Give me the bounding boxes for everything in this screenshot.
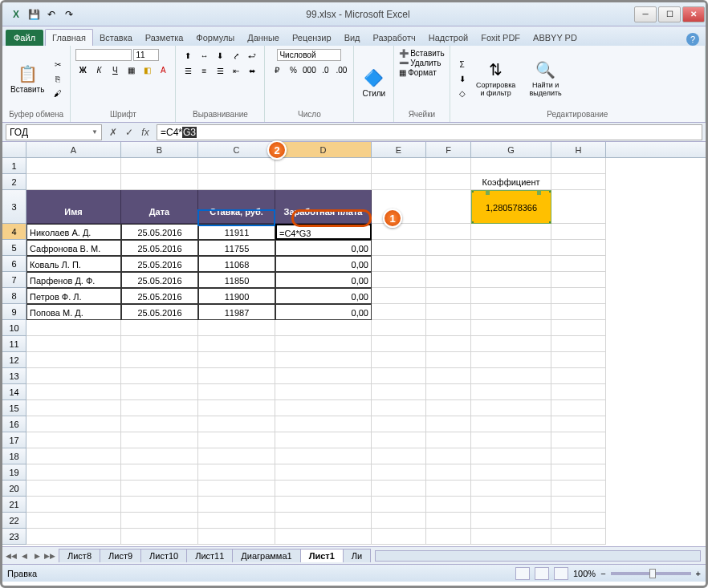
header-rate[interactable]: Ставка, руб. [198, 190, 275, 224]
row-header[interactable]: 23 [2, 529, 26, 545]
cell[interactable] [551, 304, 606, 320]
cell[interactable] [551, 368, 606, 384]
tab-home[interactable]: Главная [45, 29, 93, 46]
format-painter-icon[interactable]: 🖌 [51, 87, 65, 99]
paste-button[interactable]: 📋Вставить [7, 63, 47, 95]
view-layout-icon[interactable] [535, 567, 549, 580]
cell[interactable] [471, 304, 551, 320]
table-cell[interactable]: 11987 [198, 304, 275, 320]
col-header-h[interactable]: H [551, 142, 606, 157]
cell[interactable] [471, 416, 551, 432]
tab-formulas[interactable]: Формулы [189, 30, 241, 46]
cell[interactable] [26, 481, 121, 497]
cell[interactable] [551, 190, 606, 224]
cell[interactable] [426, 190, 471, 224]
tab-addins[interactable]: Надстрой [422, 30, 474, 46]
delete-cells-icon[interactable]: ➖ [399, 59, 409, 67]
cell[interactable] [121, 497, 198, 513]
table-cell[interactable]: 25.05.2016 [121, 256, 198, 272]
sheet-tab[interactable]: Лист8 [59, 549, 100, 562]
align-center-icon[interactable]: ≡ [197, 64, 211, 77]
row-header[interactable]: 8 [2, 288, 26, 304]
cell[interactable] [275, 400, 372, 416]
redo-icon[interactable]: ↷ [62, 7, 76, 22]
table-cell[interactable]: 25.05.2016 [121, 272, 198, 288]
row-header[interactable]: 11 [2, 336, 26, 352]
tab-data[interactable]: Данные [241, 30, 286, 46]
cell[interactable] [372, 304, 426, 320]
tab-layout[interactable]: Разметка [139, 30, 190, 46]
undo-icon[interactable]: ↶ [44, 7, 59, 22]
copy-icon[interactable]: ⎘ [51, 72, 65, 85]
cell[interactable] [471, 256, 551, 272]
cell[interactable] [551, 384, 606, 400]
cell[interactable] [198, 481, 275, 497]
cell[interactable] [275, 416, 372, 432]
cell[interactable] [121, 529, 198, 545]
close-button[interactable]: ✕ [682, 6, 705, 22]
cell[interactable] [26, 529, 121, 545]
cell[interactable] [275, 448, 372, 464]
cell[interactable] [372, 352, 426, 368]
cell[interactable] [372, 400, 426, 416]
inc-decimal-icon[interactable]: .0 [318, 63, 332, 76]
table-cell[interactable]: 11911 [198, 224, 275, 240]
cell[interactable] [26, 174, 121, 190]
cell[interactable] [426, 240, 471, 256]
cell[interactable] [198, 432, 275, 448]
table-cell[interactable]: 25.05.2016 [121, 240, 198, 256]
cell[interactable] [372, 272, 426, 288]
help-icon[interactable]: ? [686, 33, 699, 46]
cell[interactable] [198, 400, 275, 416]
sheet-tab[interactable]: Лист11 [186, 549, 233, 562]
cell[interactable] [551, 174, 606, 190]
cell[interactable] [198, 513, 275, 529]
cell[interactable] [426, 416, 471, 432]
table-cell[interactable]: 11068 [198, 256, 275, 272]
cell[interactable] [372, 174, 426, 190]
tab-abbyy[interactable]: ABBYY PD [527, 30, 584, 46]
cell[interactable] [551, 352, 606, 368]
cell[interactable] [471, 448, 551, 464]
cell[interactable] [26, 368, 121, 384]
styles-button[interactable]: 🔷Стили [359, 67, 389, 99]
save-icon[interactable]: 💾 [26, 7, 41, 22]
cell[interactable] [198, 529, 275, 545]
cell[interactable] [471, 497, 551, 513]
cell[interactable] [275, 529, 372, 545]
cell[interactable] [426, 368, 471, 384]
cell[interactable] [121, 368, 198, 384]
dec-decimal-icon[interactable]: .00 [334, 63, 348, 76]
cell[interactable] [372, 368, 426, 384]
zoom-out-icon[interactable]: − [600, 569, 605, 578]
row-header[interactable]: 13 [2, 368, 26, 384]
cell[interactable] [471, 352, 551, 368]
coefficient-cell[interactable]: 1,280578366 [471, 190, 551, 224]
col-header-a[interactable]: A [26, 142, 121, 157]
indent-dec-icon[interactable]: ⇤ [229, 64, 243, 77]
table-cell[interactable]: 0,00 [275, 256, 372, 272]
cell[interactable] [471, 224, 551, 240]
cell[interactable] [551, 464, 606, 481]
header-date[interactable]: Дата [121, 190, 198, 224]
cell[interactable] [551, 288, 606, 304]
table-cell[interactable]: Петров Ф. Л. [26, 288, 121, 304]
cell[interactable] [551, 513, 606, 529]
cell[interactable] [26, 513, 121, 529]
cell[interactable] [426, 320, 471, 336]
italic-icon[interactable]: К [92, 63, 106, 76]
cell[interactable] [471, 513, 551, 529]
cell[interactable] [275, 352, 372, 368]
cell[interactable] [471, 368, 551, 384]
table-cell[interactable]: 0,00 [275, 304, 372, 320]
table-cell[interactable]: 0,00 [275, 272, 372, 288]
row-header[interactable]: 10 [2, 320, 26, 336]
table-cell[interactable]: 11850 [198, 272, 275, 288]
cell[interactable] [551, 481, 606, 497]
format-cells-icon[interactable]: ▦ [399, 68, 406, 77]
cell[interactable] [426, 158, 471, 174]
cell[interactable] [551, 240, 606, 256]
zoom-slider[interactable] [611, 572, 691, 575]
col-header-f[interactable]: F [426, 142, 471, 157]
number-format-select[interactable] [277, 49, 341, 61]
